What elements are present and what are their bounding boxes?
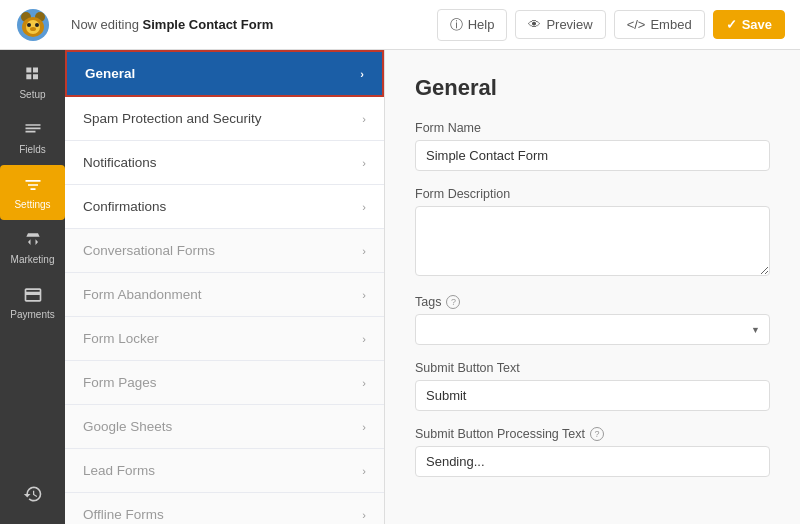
tags-select-wrapper <box>415 314 770 345</box>
submit-processing-input[interactable] <box>415 446 770 477</box>
tags-select[interactable] <box>415 314 770 345</box>
settings-menu-notifications[interactable]: Notifications › <box>65 141 384 185</box>
editing-text: Now editing Simple Contact Form <box>71 17 427 32</box>
chevron-icon-sheets: › <box>362 421 366 433</box>
sidebar-item-settings[interactable]: Settings <box>0 165 65 220</box>
sidebar-item-marketing[interactable]: Marketing <box>0 220 65 275</box>
submit-button-text-label: Submit Button Text <box>415 361 770 375</box>
history-icon <box>23 484 43 504</box>
sidebar-item-history[interactable] <box>18 474 48 514</box>
sidebar-item-setup[interactable]: Setup <box>0 55 65 110</box>
eye-icon: 👁 <box>528 17 541 32</box>
chevron-icon-general: › <box>360 68 364 80</box>
settings-menu-confirmations[interactable]: Confirmations › <box>65 185 384 229</box>
help-button[interactable]: ⓘ Help <box>437 9 508 41</box>
logo-area <box>15 7 51 43</box>
settings-menu-form-pages[interactable]: Form Pages › <box>65 361 384 405</box>
chevron-icon-abandonment: › <box>362 289 366 301</box>
icon-sidebar: Setup Fields Settings Marketing Payments <box>0 50 65 524</box>
chevron-icon-lead-forms: › <box>362 465 366 477</box>
chevron-icon-notifications: › <box>362 157 366 169</box>
logo-bear-icon <box>15 7 51 43</box>
settings-panel: General › Spam Protection and Security ›… <box>65 50 385 524</box>
settings-menu-offline-forms[interactable]: Offline Forms › <box>65 493 384 524</box>
preview-button[interactable]: 👁 Preview <box>515 10 605 39</box>
marketing-icon <box>23 230 43 250</box>
main-layout: Setup Fields Settings Marketing Payments… <box>0 50 800 524</box>
chevron-icon-offline: › <box>362 509 366 521</box>
form-name-label: Form Name <box>415 121 770 135</box>
settings-icon <box>23 175 43 195</box>
sidebar-item-fields[interactable]: Fields <box>0 110 65 165</box>
save-button[interactable]: ✓ Save <box>713 10 785 39</box>
svg-point-5 <box>27 23 31 27</box>
chevron-icon-conversational: › <box>362 245 366 257</box>
page-title: General <box>415 75 770 101</box>
chevron-icon-spam: › <box>362 113 366 125</box>
settings-menu-general[interactable]: General › <box>65 50 384 97</box>
processing-help-icon[interactable]: ? <box>590 427 604 441</box>
chevron-icon-confirmations: › <box>362 201 366 213</box>
fields-icon <box>23 120 43 140</box>
settings-menu-spam-protection[interactable]: Spam Protection and Security › <box>65 97 384 141</box>
top-header: Now editing Simple Contact Form ⓘ Help 👁… <box>0 0 800 50</box>
form-name-heading: Simple Contact Form <box>143 17 274 32</box>
form-name-field: Form Name <box>415 121 770 171</box>
settings-menu-form-locker[interactable]: Form Locker › <box>65 317 384 361</box>
submit-processing-label: Submit Button Processing Text ? <box>415 427 770 441</box>
svg-point-7 <box>30 27 36 31</box>
submit-processing-text-field: Submit Button Processing Text ? <box>415 427 770 477</box>
form-description-field: Form Description <box>415 187 770 279</box>
submit-button-text-input[interactable] <box>415 380 770 411</box>
settings-menu-google-sheets[interactable]: Google Sheets › <box>65 405 384 449</box>
embed-button[interactable]: </> Embed <box>614 10 705 39</box>
tags-label: Tags ? <box>415 295 770 309</box>
form-description-input[interactable] <box>415 206 770 276</box>
setup-icon <box>23 65 43 85</box>
help-icon: ⓘ <box>450 16 463 34</box>
check-icon: ✓ <box>726 17 737 32</box>
chevron-icon-locker: › <box>362 333 366 345</box>
chevron-icon-pages: › <box>362 377 366 389</box>
submit-button-text-field: Submit Button Text <box>415 361 770 411</box>
code-icon: </> <box>627 17 646 32</box>
sidebar-bottom <box>18 474 48 524</box>
header-actions: ⓘ Help 👁 Preview </> Embed ✓ Save <box>437 9 785 41</box>
sidebar-item-payments[interactable]: Payments <box>0 275 65 330</box>
settings-menu-conversational-forms[interactable]: Conversational Forms › <box>65 229 384 273</box>
form-name-input[interactable] <box>415 140 770 171</box>
form-description-label: Form Description <box>415 187 770 201</box>
tags-help-icon[interactable]: ? <box>446 295 460 309</box>
settings-menu-form-abandonment[interactable]: Form Abandonment › <box>65 273 384 317</box>
tags-field: Tags ? <box>415 295 770 345</box>
settings-menu-lead-forms[interactable]: Lead Forms › <box>65 449 384 493</box>
svg-point-6 <box>35 23 39 27</box>
main-content: General Form Name Form Description Tags … <box>385 50 800 524</box>
payments-icon <box>23 285 43 305</box>
